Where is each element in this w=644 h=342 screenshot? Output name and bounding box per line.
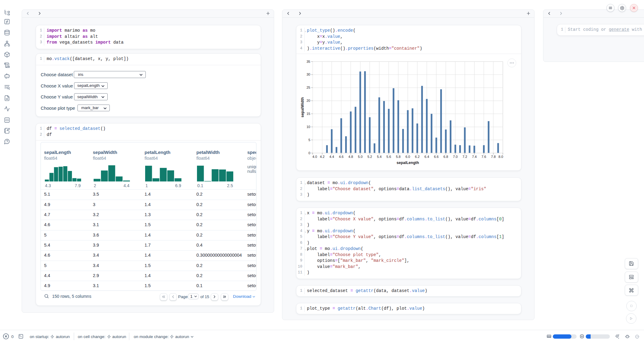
svg-text:sepalWidth: sepalWidth <box>300 97 305 118</box>
svg-text:7.2: 7.2 <box>462 155 467 159</box>
svg-text:6.4: 6.4 <box>424 155 429 159</box>
svg-text:6.2: 6.2 <box>415 155 419 159</box>
svg-text:7.8: 7.8 <box>491 155 496 159</box>
svg-text:4.2: 4.2 <box>320 155 324 159</box>
svg-text:5.8: 5.8 <box>396 155 400 159</box>
svg-text:4.0: 4.0 <box>312 155 317 159</box>
svg-text:sepalLength: sepalLength <box>396 161 419 165</box>
svg-text:4.4: 4.4 <box>329 155 334 159</box>
svg-text:7.4: 7.4 <box>472 155 476 159</box>
svg-text:5.0: 5.0 <box>358 155 362 159</box>
svg-text:25: 25 <box>306 86 310 89</box>
svg-text:5.2: 5.2 <box>367 155 372 159</box>
svg-text:15: 15 <box>306 112 310 116</box>
svg-text:7.6: 7.6 <box>481 155 486 159</box>
svg-text:5: 5 <box>308 138 310 142</box>
svg-text:10: 10 <box>306 125 310 129</box>
svg-text:6.0: 6.0 <box>405 155 410 159</box>
svg-text:4.8: 4.8 <box>348 155 353 159</box>
svg-text:5.4: 5.4 <box>377 155 381 159</box>
svg-text:5.6: 5.6 <box>386 155 391 159</box>
svg-text:35: 35 <box>306 60 310 63</box>
svg-text:6.8: 6.8 <box>443 155 448 159</box>
svg-text:6.6: 6.6 <box>434 155 438 159</box>
svg-text:4.6: 4.6 <box>339 155 343 159</box>
svg-text:7.0: 7.0 <box>453 155 457 159</box>
svg-text:20: 20 <box>306 99 310 102</box>
svg-text:0: 0 <box>308 151 310 155</box>
svg-text:30: 30 <box>306 73 310 76</box>
svg-text:8.0: 8.0 <box>498 155 503 159</box>
